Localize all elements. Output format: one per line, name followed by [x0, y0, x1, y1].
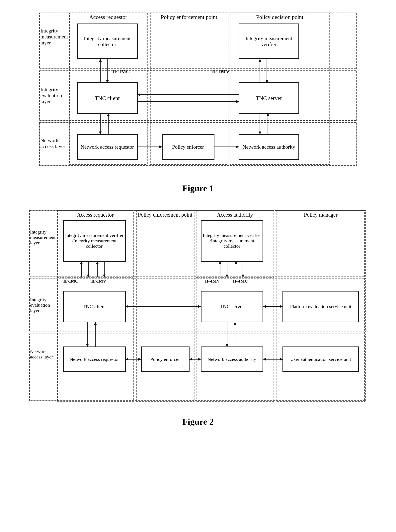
svg-marker-87 — [125, 358, 128, 361]
fig2-tnc-server-label: TNC server — [201, 291, 263, 322]
fig1-col2-header: Policy enforcement point — [150, 14, 228, 20]
svg-marker-84 — [234, 322, 236, 325]
fig2-col1-header: Access requestor — [58, 212, 133, 218]
figure1-diagram: Access requestor Policy enforcement poin… — [39, 12, 358, 175]
fig2-layer2-label: Integrity evaluation layer — [30, 297, 57, 313]
fig1-layer3-label: Network access layer — [41, 137, 70, 149]
svg-marker-30 — [259, 131, 261, 135]
svg-marker-34 — [159, 146, 162, 148]
svg-marker-36 — [236, 146, 239, 148]
fig2-pese-label: Platform evaluation service unit — [283, 291, 359, 322]
svg-marker-89 — [198, 358, 201, 361]
fig2-col4-header: Policy manager — [277, 212, 365, 218]
fig2-col2-header: Policy enforcement point — [136, 212, 194, 218]
svg-marker-92 — [280, 358, 283, 361]
svg-marker-56 — [80, 261, 83, 264]
fig2-if-imv1-label: IF-IMV — [91, 278, 106, 284]
nar-box-label: Network access requestor — [77, 135, 137, 159]
fig2-if-imc1-label: IF-IMC — [64, 278, 78, 284]
fig2-uasu-label: User authentication service unit — [283, 347, 359, 372]
naa-box-label: Network access authority — [239, 135, 299, 159]
fig1-layer1-label: Integrity measurement layer — [41, 28, 70, 46]
fig2-pe-label: Policy enforcer — [141, 347, 189, 372]
svg-marker-62 — [103, 275, 106, 277]
fig1-col1-header: Access requestor — [70, 14, 147, 20]
imc-box-label: Integrity measurement collector — [77, 24, 137, 59]
svg-marker-78 — [86, 344, 89, 347]
imv-box-label: Integrity measurement verifier — [239, 24, 299, 59]
svg-marker-18 — [259, 59, 261, 62]
fig2-layer3-label: Network access layer — [30, 349, 57, 360]
svg-marker-70 — [242, 275, 244, 277]
tnc-client-box-label: TNC client — [77, 83, 137, 113]
fig2-tnc-client-label: TNC client — [64, 291, 125, 322]
svg-marker-28 — [107, 113, 110, 116]
svg-marker-14 — [99, 59, 102, 62]
tnc-server-box-label: TNC server — [239, 83, 299, 113]
svg-marker-60 — [96, 261, 99, 264]
svg-marker-93 — [263, 358, 266, 361]
fig2-layer1-label: Integrity measurement layer — [30, 229, 57, 245]
svg-marker-72 — [198, 305, 201, 308]
svg-marker-90 — [189, 358, 192, 361]
fig1-if-imc-label: IF-IMC — [112, 69, 130, 75]
fig2-imv-imc-aa-label: Integrity measurement verifier /Integrit… — [201, 220, 263, 261]
svg-marker-26 — [99, 131, 102, 135]
fig2-if-imv2-label: IF-IMV — [205, 278, 220, 284]
svg-rect-38 — [136, 210, 194, 402]
fig2-nar-label: Network access requestor — [64, 347, 125, 372]
fig2-imv-imc-ar-label: Integrity measurement verifier /Integrit… — [64, 220, 125, 261]
svg-marker-75 — [280, 305, 283, 308]
svg-marker-76 — [263, 305, 266, 308]
fig2-if-imc2-label: IF-IMC — [233, 278, 248, 284]
figure2-container: Access requestor Policy enforcement poin… — [29, 209, 368, 427]
svg-marker-64 — [219, 261, 221, 264]
fig2-naa-label: Network access authority — [201, 347, 263, 372]
svg-marker-58 — [87, 275, 90, 277]
fig1-col3-header: Policy decision point — [230, 14, 330, 20]
pe-box-label: Policy enforcer — [162, 135, 214, 159]
fig1-if-imv-label: IF-IMV — [212, 69, 230, 75]
svg-marker-32 — [267, 113, 269, 116]
figure2-diagram: Access requestor Policy enforcement poin… — [29, 209, 368, 409]
svg-marker-68 — [235, 261, 237, 264]
svg-marker-82 — [226, 344, 228, 347]
figure1-container: Access requestor Policy enforcement poin… — [29, 12, 368, 193]
svg-marker-86 — [138, 358, 141, 361]
svg-marker-22 — [137, 93, 140, 96]
fig1-layer2-label: Integrity evaluation layer — [41, 87, 70, 105]
svg-marker-80 — [94, 322, 97, 325]
svg-marker-66 — [226, 275, 228, 277]
fig2-col3-header: Access authority — [196, 212, 274, 218]
svg-marker-73 — [125, 305, 128, 308]
figure2-title: Figure 2 — [29, 417, 368, 427]
figure1-title: Figure 1 — [29, 183, 368, 193]
